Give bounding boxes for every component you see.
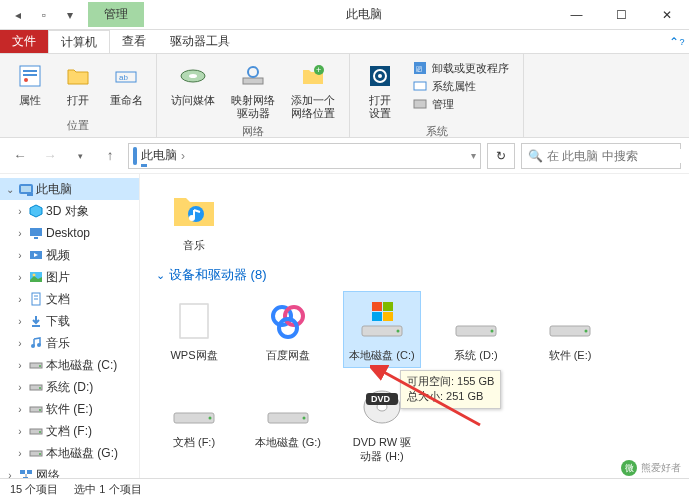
rename-icon: ab [110,60,142,92]
nav-back-button[interactable]: ← [8,144,32,168]
drive-icon [166,383,222,431]
tree-item[interactable]: ›3D 对象 [0,200,139,222]
svg-point-28 [31,344,35,348]
uninstall-button[interactable]: ⎚ 卸载或更改程序 [412,60,509,76]
drive-item[interactable]: WPS网盘 [156,292,232,366]
titlebar: ◂ ▫ ▾ 管理 此电脑 — ☐ ✕ [0,0,689,30]
rename-button[interactable]: ab 重命名 [104,58,148,116]
window-controls: — ☐ ✕ [554,0,689,30]
tree-item[interactable]: ›文档 [0,288,139,310]
section-devices[interactable]: ⌄ 设备和驱动器 (8) [156,266,673,284]
refresh-button[interactable]: ↻ [487,143,515,169]
tree-item[interactable]: ›文档 (F:) [0,420,139,442]
tree-this-pc[interactable]: ⌄ 此电脑 [0,178,139,200]
chevron-right-icon[interactable]: › [14,294,26,305]
drive-item[interactable]: 本地磁盘 (C:) [344,292,420,366]
ribbon-collapse-button[interactable]: ⌃? [665,30,689,53]
svg-text:⎚: ⎚ [416,63,422,74]
svg-point-14 [378,74,382,78]
video-icon [28,247,44,263]
chevron-right-icon[interactable]: › [14,206,26,217]
nav-forward-button[interactable]: → [38,144,62,168]
access-media-button[interactable]: 访问媒体 [165,58,221,122]
close-button[interactable]: ✕ [644,0,689,30]
addressbar[interactable]: 此电脑 › ▾ [128,143,481,169]
status-selected: 选中 1 个项目 [74,482,141,497]
drive-item[interactable]: 系统 (D:) [438,292,514,366]
search-input[interactable] [547,149,689,163]
svg-rect-41 [27,470,32,474]
cube-icon [28,203,44,219]
tree-item[interactable]: ›系统 (D:) [0,376,139,398]
chevron-down-icon[interactable]: ⌄ [4,184,16,195]
breadcrumb-root[interactable]: 此电脑 [141,147,177,164]
chevron-right-icon[interactable]: › [14,338,26,349]
qat-back-icon[interactable]: ◂ [8,5,28,25]
tree-item[interactable]: ›视频 [0,244,139,266]
svg-rect-19 [30,228,42,236]
tab-computer[interactable]: 计算机 [48,30,110,53]
open-button[interactable]: 打开 [56,58,100,116]
chevron-right-icon[interactable]: › [14,382,26,393]
map-drive-button[interactable]: 映射网络 驱动器 [225,58,281,122]
svg-rect-59 [550,326,590,336]
drive-item[interactable]: 软件 (E:) [532,292,608,366]
minimize-button[interactable]: — [554,0,599,30]
contextual-tab-manage[interactable]: 管理 [88,2,144,27]
open-settings-button[interactable]: 打开 设置 [358,58,402,122]
manage-icon [412,96,428,112]
folder-music[interactable]: 音乐 [156,182,232,256]
tab-file[interactable]: 文件 [0,30,48,53]
tree-item[interactable]: ›本地磁盘 (G:) [0,442,139,464]
chevron-right-icon[interactable]: › [14,228,26,239]
system-properties-button[interactable]: 系统属性 [412,78,509,94]
drive-icon [542,296,598,344]
maximize-button[interactable]: ☐ [599,0,644,30]
svg-text:DVD: DVD [371,394,391,404]
chevron-right-icon[interactable]: › [181,149,185,163]
address-dropdown-icon[interactable]: ▾ [471,150,476,161]
tree-item[interactable]: ›软件 (E:) [0,398,139,420]
svg-rect-40 [20,470,25,474]
tab-drive-tools[interactable]: 驱动器工具 [158,30,242,53]
open-icon [62,60,94,92]
chevron-right-icon[interactable]: › [14,272,26,283]
drive-item[interactable]: 百度网盘 [250,292,326,366]
svg-rect-1 [23,70,37,72]
manage-button[interactable]: 管理 [412,96,509,112]
tree-item[interactable]: ›下载 [0,310,139,332]
chevron-right-icon[interactable]: › [14,250,26,261]
tree-item[interactable]: ›音乐 [0,332,139,354]
svg-rect-57 [456,326,496,336]
qat-dropdown-icon[interactable]: ▾ [60,5,80,25]
tree-network[interactable]: › 网络 [0,464,139,478]
svg-point-29 [37,343,41,347]
properties-button[interactable]: 属性 [8,58,52,116]
searchbox[interactable]: 🔍 [521,143,681,169]
drive-item[interactable]: 本地磁盘 (G:) [250,379,326,468]
chevron-right-icon[interactable]: › [14,316,26,327]
tree-item[interactable]: ›Desktop [0,222,139,244]
tab-view[interactable]: 查看 [110,30,158,53]
map-drive-icon [237,60,269,92]
tree-item[interactable]: ›图片 [0,266,139,288]
tree-item[interactable]: ›本地磁盘 (C:) [0,354,139,376]
pc-icon [133,149,137,163]
chevron-right-icon[interactable]: › [14,448,26,459]
chevron-right-icon[interactable]: › [14,404,26,415]
svg-rect-61 [174,413,214,423]
svg-rect-63 [268,413,308,423]
svg-point-9 [248,67,258,77]
nav-recent-button[interactable]: ▾ [68,144,92,168]
svg-point-45 [189,215,195,221]
svg-point-62 [209,416,212,419]
chevron-right-icon[interactable]: › [14,360,26,371]
qat-doc-icon[interactable]: ▫ [34,5,54,25]
chevron-right-icon[interactable]: › [4,470,16,479]
drive-icon [28,401,44,417]
add-network-location-button[interactable]: + 添加一个 网络位置 [285,58,341,122]
nav-up-button[interactable]: ↑ [98,144,122,168]
chevron-right-icon[interactable]: › [14,426,26,437]
folder-icon [166,186,222,234]
drive-item[interactable]: 文档 (F:) [156,379,232,468]
